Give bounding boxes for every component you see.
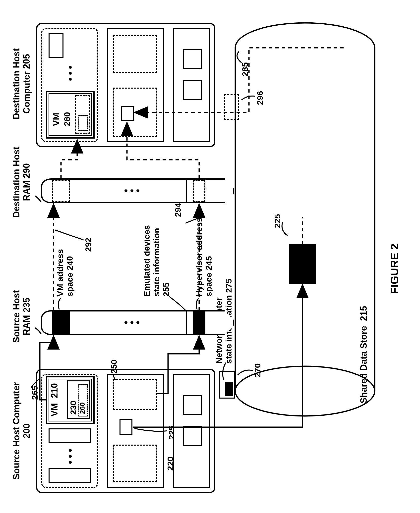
hyp-addr-label: Hypervisor addressspace 245 [194,218,214,297]
num-292: 292 [83,238,93,252]
num-294: 294 [173,203,183,217]
dst-hw-2 [183,49,202,69]
src-vm-box-1 [49,468,91,483]
src-hw-1 [183,426,202,446]
ram-vm-segment [52,311,70,334]
dst-box-left-dash [113,88,157,137]
num-270: 270 [253,363,262,377]
emu-label: Emulated devicesstate information255 [142,225,171,297]
box-280-inner2 [78,115,88,131]
vdots-src-ram [124,321,139,324]
dst-hw-1 [183,80,202,100]
dst-vnic-box [121,106,134,121]
vm-280-label: VM [51,113,61,126]
datastore-blob [289,244,316,284]
dest-ram-title: Destination HostRAM 290 [11,145,32,219]
vdots-dst-ram [124,189,139,193]
num-225b: 225 [273,214,282,228]
num-250: 250 [109,359,119,374]
src-hw-2 [183,395,202,415]
vm-280-num: 280 [62,112,72,126]
box-225-vnic [120,419,132,435]
ram-hyp-segment [193,311,205,334]
vm-addr-label: VM addressspace 240 [55,249,75,297]
datastore-title: Shared Data Store 215 [359,306,369,404]
num-260: 260 [78,402,86,414]
num-265: 265 [30,386,40,400]
source-ram-title: Source HostRAM 235 [11,284,32,349]
figure-label: FIGURE 2 [388,244,401,294]
dst-net-adapter [224,94,239,120]
dram-hyp-segment [193,180,205,202]
net-adapter-state [225,382,233,396]
num-296: 296 [255,91,265,105]
box-250 [113,379,157,410]
hdots-src [68,449,72,464]
dram-vm-segment [52,180,70,202]
dest-host-title: Destination HostComputer 205 [11,34,32,134]
source-host-title: Source Host Computer200 [11,375,32,487]
dst-box-right-dash [113,35,157,73]
src-vm-box-2 [49,428,91,443]
dst-vm-box-r [49,33,63,58]
hdots-dst [68,66,72,81]
diagram-canvas: Shared Data Store 215 225 Source Host Co… [0,93,420,513]
vm-210-label: VM 210 [49,379,60,421]
box-220 [113,445,157,482]
num-285: 285 [240,62,250,76]
num-230: 230 [68,401,78,415]
